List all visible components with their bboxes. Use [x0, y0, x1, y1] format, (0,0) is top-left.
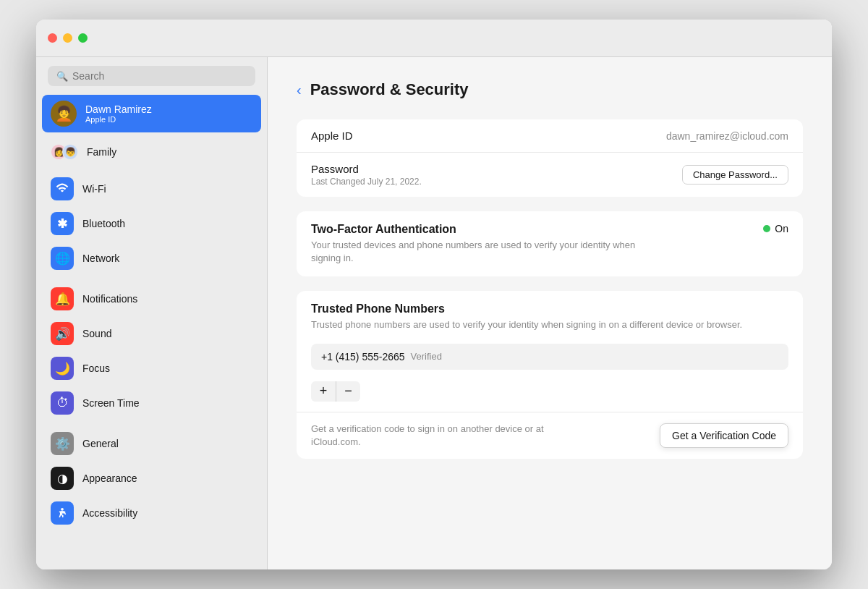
two-factor-desc: Your trusted devices and phone numbers a… [311, 239, 645, 265]
appearance-label: Appearance [82, 473, 137, 484]
maximize-button[interactable] [78, 33, 88, 43]
sidebar-item-appearance[interactable]: ◑ Appearance [42, 461, 261, 496]
minimize-button[interactable] [63, 33, 72, 43]
network-section: Wi-Fi ✱ Bluetooth 🌐 Network [36, 169, 267, 279]
page-title: Password & Security [310, 80, 469, 99]
trusted-numbers-card: Trusted Phone Numbers Trusted phone numb… [297, 291, 803, 459]
sidebar-item-notifications[interactable]: 🔔 Notifications [42, 281, 261, 316]
search-icon: 🔍 [56, 71, 68, 82]
sidebar-item-network[interactable]: 🌐 Network [42, 241, 261, 276]
bluetooth-label: Bluetooth [82, 218, 125, 229]
wifi-label: Wi-Fi [82, 183, 106, 195]
status-dot [763, 225, 770, 232]
sidebar-item-family[interactable]: 👩 👦 Family [42, 138, 261, 166]
notifications-icon: 🔔 [51, 287, 74, 310]
accessibility-label: Accessibility [82, 507, 137, 519]
appearance-icon: ◑ [51, 467, 74, 490]
system-section: ⚙️ General ◑ Appearance Accessibility [36, 423, 267, 533]
family-section: 👩 👦 Family [36, 135, 267, 169]
add-remove-bar: + − [297, 376, 803, 412]
page-header: ‹ Password & Security [297, 80, 803, 99]
phone-list: +1 (415) 555-2665 Verified [311, 344, 788, 370]
apple-id-card: Apple ID dawn_ramirez@icloud.com Passwor… [297, 119, 803, 197]
sidebar-item-sound[interactable]: 🔊 Sound [42, 316, 261, 351]
sound-icon: 🔊 [51, 322, 74, 345]
notification-section: 🔔 Notifications 🔊 Sound 🌙 Focus ⏱ [36, 279, 267, 423]
get-verification-code-button[interactable]: Get a Verification Code [660, 423, 788, 448]
sound-label: Sound [82, 328, 111, 339]
remove-phone-button[interactable]: − [336, 381, 360, 402]
titlebar [36, 20, 832, 57]
general-label: General [82, 438, 119, 449]
screentime-icon: ⏱ [51, 391, 74, 415]
apple-id-label: Apple ID [311, 130, 353, 142]
sidebar: 🔍 🧑‍🦱 Dawn Ramirez Apple ID 👩 👦 Family [36, 20, 268, 569]
sidebar-item-wifi[interactable]: Wi-Fi [42, 171, 261, 206]
settings-window: 🔍 🧑‍🦱 Dawn Ramirez Apple ID 👩 👦 Family [36, 20, 832, 569]
focus-icon: 🌙 [51, 357, 74, 380]
search-bar[interactable]: 🔍 [48, 66, 255, 86]
focus-label: Focus [82, 363, 110, 374]
general-icon: ⚙️ [51, 432, 74, 455]
apple-id-row: Apple ID dawn_ramirez@icloud.com [297, 119, 803, 153]
user-section: 🧑‍🦱 Dawn Ramirez Apple ID [36, 92, 267, 135]
user-sublabel: Apple ID [85, 115, 152, 124]
apple-id-value: dawn_ramirez@icloud.com [666, 130, 788, 142]
sidebar-item-user[interactable]: 🧑‍🦱 Dawn Ramirez Apple ID [42, 95, 261, 132]
user-name: Dawn Ramirez [85, 103, 152, 115]
password-sublabel: Last Changed July 21, 2022. [311, 177, 422, 187]
two-factor-status: On [763, 223, 788, 234]
password-label: Password [311, 163, 422, 175]
family-avatar-2: 👦 [62, 144, 78, 160]
traffic-lights [48, 33, 88, 43]
wifi-icon [51, 177, 74, 200]
verify-text: Get a verification code to sign in on an… [311, 423, 574, 449]
accessibility-icon [51, 501, 74, 525]
search-input[interactable] [72, 70, 247, 82]
two-factor-info: Two-Factor Authentication Your trusted d… [311, 223, 645, 265]
user-info: Dawn Ramirez Apple ID [85, 103, 152, 124]
sidebar-item-bluetooth[interactable]: ✱ Bluetooth [42, 206, 261, 241]
sidebar-item-screentime[interactable]: ⏱ Screen Time [42, 386, 261, 420]
user-avatar: 🧑‍🦱 [51, 101, 77, 127]
two-factor-card: Two-Factor Authentication Your trusted d… [297, 211, 803, 276]
trusted-numbers-desc: Trusted phone numbers are used to verify… [311, 318, 788, 331]
password-row: Password Last Changed July 21, 2022. Cha… [297, 153, 803, 197]
two-factor-row: Two-Factor Authentication Your trusted d… [297, 211, 803, 276]
svg-point-0 [61, 508, 64, 511]
two-factor-label: Two-Factor Authentication [311, 223, 645, 236]
network-icon: 🌐 [51, 247, 74, 270]
content-area: ‹ Password & Security Apple ID dawn_rami… [268, 57, 832, 496]
trusted-header: Trusted Phone Numbers Trusted phone numb… [297, 291, 803, 337]
screentime-label: Screen Time [82, 397, 140, 409]
close-button[interactable] [48, 33, 57, 43]
back-button[interactable]: ‹ [297, 82, 302, 98]
notifications-label: Notifications [82, 293, 137, 305]
change-password-button[interactable]: Change Password... [682, 165, 788, 185]
main-content: ‹ Password & Security Apple ID dawn_rami… [268, 20, 832, 569]
sidebar-item-general[interactable]: ⚙️ General [42, 426, 261, 461]
sidebar-item-accessibility[interactable]: Accessibility [42, 496, 261, 530]
network-label: Network [82, 253, 119, 264]
verify-row: Get a verification code to sign in on an… [297, 412, 803, 459]
phone-row: +1 (415) 555-2665 Verified [311, 344, 788, 370]
password-info: Password Last Changed July 21, 2022. [311, 163, 422, 187]
back-icon: ‹ [297, 82, 302, 98]
trusted-numbers-label: Trusted Phone Numbers [311, 302, 788, 315]
bluetooth-icon: ✱ [51, 212, 74, 235]
verified-badge: Verified [411, 351, 442, 362]
phone-number: +1 (415) 555-2665 [321, 351, 405, 363]
family-avatars: 👩 👦 [51, 144, 78, 160]
family-label: Family [87, 146, 116, 158]
sidebar-item-focus[interactable]: 🌙 Focus [42, 351, 261, 386]
two-factor-on-label: On [775, 223, 788, 234]
add-phone-button[interactable]: + [311, 381, 336, 402]
